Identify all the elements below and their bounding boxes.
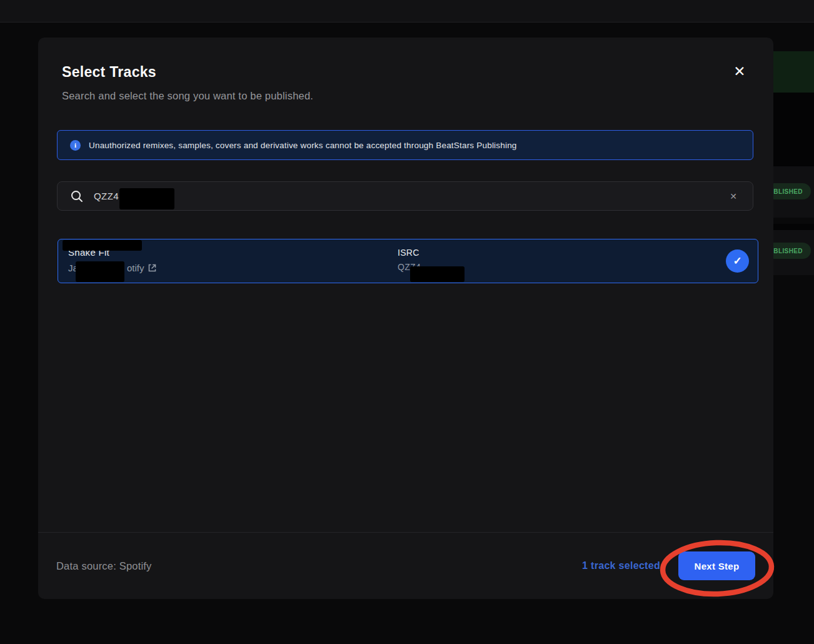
top-bar [0,0,814,23]
select-tracks-modal: Select Tracks Search and select the song… [38,38,773,599]
background-track-row: BLISHED [773,166,814,218]
modal-title: Select Tracks [62,64,156,81]
published-badge-label: BLISHED [773,188,803,195]
background-dark-band [773,93,814,166]
isrc-label: ISRC [398,248,420,258]
search-icon [70,189,84,206]
next-step-button[interactable]: Next Step [678,551,755,580]
background-success-banner [773,51,814,93]
info-banner: i Unauthorized remixes, samples, covers … [57,130,753,160]
search-field: ✕ [57,181,753,211]
spotify-link[interactable]: otify [127,263,156,273]
selection-count: 1 track selected [582,560,660,571]
redaction-box [63,240,142,251]
info-banner-text: Unauthorized remixes, samples, covers an… [89,141,517,150]
search-input[interactable] [94,182,706,210]
spotify-link-label: otify [127,263,144,273]
info-icon: i [70,140,81,151]
redaction-box [119,188,174,209]
redaction-box [410,266,465,282]
background-track-row: BLISHED [773,224,814,275]
external-link-icon [148,264,156,272]
modal-subtitle: Search and select the song you want to b… [62,90,313,102]
published-badge-label: BLISHED [773,248,803,254]
selected-check-icon[interactable]: ✓ [726,249,749,273]
redaction-box [76,261,124,282]
modal-footer: Data source: Spotify 1 track selected Ne… [38,533,773,599]
close-icon[interactable]: ✕ [730,61,750,81]
page-background: BLISHED BLISHED Select Tracks Search and… [0,0,814,644]
data-source-label: Data source: Spotify [56,560,152,572]
track-result-row[interactable]: Shake Fit Ja otify ISRC QZZ4 ✓ [58,239,758,283]
clear-search-icon[interactable]: ✕ [724,182,743,210]
